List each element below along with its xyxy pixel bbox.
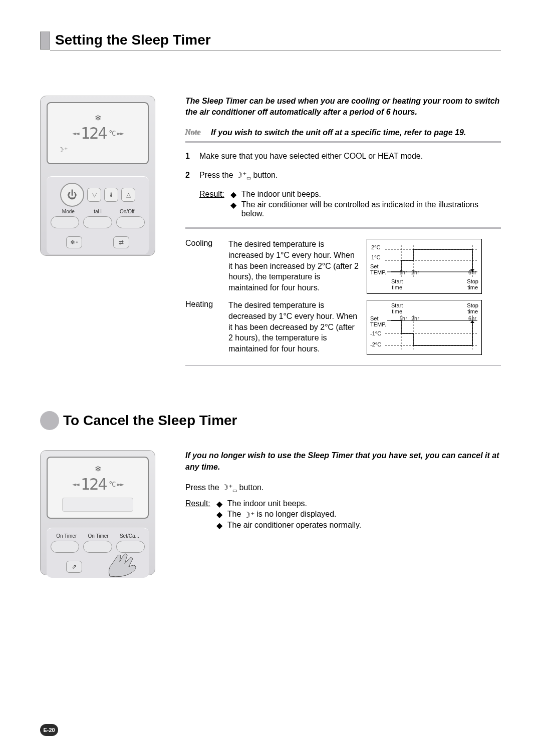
cancel-r3: The air conditioner operates normally.	[227, 521, 361, 530]
x-6hr: 6hr	[468, 269, 476, 275]
bullet-icon: ◆	[216, 499, 222, 509]
temp-label: TEMP.	[370, 269, 386, 275]
hand-pointer-icon	[105, 549, 140, 579]
stop-label: Stoptime	[467, 278, 478, 290]
heating-row: Heating The desired temperature is decre…	[185, 300, 501, 355]
cancel-intro: If you no longer wish to use the Sleep T…	[185, 450, 501, 473]
timer-button	[51, 541, 79, 553]
temp-down-button: ▽	[87, 188, 101, 202]
cancel-title: To Cancel the Sleep Timer	[63, 413, 237, 429]
result-1: The indoor unit beeps.	[241, 190, 321, 199]
start-label: Starttime	[391, 278, 403, 290]
set-label: Set	[370, 315, 379, 321]
result-label: Result:	[185, 499, 210, 531]
degree-label: °C	[108, 129, 115, 137]
heating-graph: Starttime Stoptime 1hr 2hr 6hr Set TEMP.…	[367, 300, 482, 355]
x-1hr: 1hr	[399, 269, 407, 275]
result-label: Result:	[199, 190, 224, 219]
bullet-icon: ◆	[230, 200, 236, 218]
cancel-press-row: Press the ☽⁺▭ button.	[185, 483, 501, 493]
stop-label: Stoptime	[467, 302, 478, 314]
heating-text: The desired temperature is decreased by …	[228, 300, 359, 355]
page-title: Setting the Sleep Timer	[55, 32, 211, 48]
cooling-graph: 2°C 1°C Set TEMP. 1hr 2hr 6hr Starttime …	[367, 239, 482, 294]
arrow-left-icon: ◄◄	[72, 480, 79, 488]
title-box: Setting the Sleep Timer	[50, 30, 501, 51]
title-bar: Setting the Sleep Timer	[40, 30, 501, 51]
divider	[185, 365, 501, 366]
heating-label: Heating	[185, 300, 220, 355]
mode-label: Mode	[54, 209, 83, 214]
step-2: 2 Press the ☽⁺▭ button.	[185, 170, 501, 182]
step-2-num: 2	[185, 170, 192, 182]
result-block: Result: ◆The indoor unit beeps. ◆The air…	[199, 190, 501, 219]
arrow-right-icon: ►►	[117, 480, 123, 488]
arrow-left-icon: ◄◄	[72, 129, 79, 137]
on-timer-label: On Timer	[88, 533, 109, 539]
remote-screen: ❄ ◄◄ 124 °C ►► ☽⁺	[47, 102, 149, 164]
arrow-right-icon: ►►	[117, 129, 123, 137]
step-1-num: 1	[185, 151, 192, 162]
digital-label: tal i	[83, 209, 113, 214]
power-button: ⏻	[60, 183, 84, 207]
swing-button: ⇗	[66, 561, 82, 573]
sleep-icon: ☽⁺	[58, 146, 68, 154]
cooling-label: Cooling	[185, 239, 220, 294]
digital-button	[83, 216, 112, 228]
y-n2c: -2°C	[370, 341, 381, 347]
note-row: Note If you wish to switch the unit off …	[185, 128, 501, 143]
temp-display: ◄◄ 124 °C ►►	[72, 475, 123, 494]
result-2: The air conditioner will be controlled a…	[241, 200, 501, 218]
y-2c: 2°C	[371, 244, 380, 250]
bullet-circle-icon	[40, 411, 59, 430]
snowflake-icon: ❄	[95, 464, 101, 474]
divider	[185, 227, 501, 229]
bullet-icon: ◆	[216, 510, 222, 519]
intro-text: The Sleep Timer can be used when you are…	[185, 96, 501, 118]
start-label: Starttime	[391, 302, 403, 314]
cancel-r2b: is no longer displayed.	[256, 510, 336, 518]
step-2-before: Press the	[199, 171, 235, 180]
remote-illustration-2: ❄ ◄◄ 124 °C ►► On Timer On Timer Set/Ca.…	[40, 450, 155, 575]
fan-button: ❄᛭	[66, 236, 82, 248]
bullet-icon: ◆	[216, 521, 222, 530]
thermometer-icon: 🌡	[104, 188, 118, 202]
snowflake-icon: ❄	[95, 113, 101, 123]
sleep-button-icon: ☽⁺▭	[221, 483, 237, 493]
step-1-text: Make sure that you have selected either …	[199, 151, 501, 162]
sleep-icon: ☽⁺	[243, 510, 254, 520]
temp-up-button: △	[121, 188, 135, 202]
bullet-icon: ◆	[230, 190, 236, 199]
blank-indicator	[62, 498, 133, 512]
cancel-r1: The indoor unit beeps.	[227, 499, 307, 509]
x-2hr: 2hr	[411, 269, 419, 275]
cancel-result-block: Result: ◆The indoor unit beeps. ◆ The ☽⁺…	[185, 499, 501, 531]
swing-button: ⇄	[113, 236, 129, 248]
x-2hr: 2hr	[411, 315, 419, 321]
y-n1c: -1°C	[370, 330, 381, 336]
y-1c: 1°C	[371, 254, 380, 260]
temp-display: ◄◄ 124 °C ►►	[72, 124, 123, 143]
degree-label: °C	[108, 480, 115, 488]
press-before: Press the	[185, 483, 221, 492]
cooling-text: The desired temperature is increased by …	[228, 239, 359, 294]
remote-illustration: ❄ ◄◄ 124 °C ►► ☽⁺ ⏻ ▽ 🌡 △	[40, 96, 155, 256]
press-after: button.	[239, 483, 263, 492]
temp-label: TEMP.	[370, 321, 386, 327]
temp-value: 124	[81, 124, 107, 143]
x-6hr: 6hr	[468, 315, 476, 321]
page-number: E-20	[40, 724, 58, 736]
note-label: Note	[185, 128, 201, 137]
onoff-button	[116, 216, 145, 228]
title-tab	[40, 32, 50, 50]
cooling-row: Cooling The desired temperature is incre…	[185, 239, 501, 294]
onoff-label: On/Off	[112, 209, 142, 214]
set-label: Set	[370, 263, 379, 269]
step-1: 1 Make sure that you have selected eithe…	[185, 151, 501, 162]
on-timer-label: On Timer	[56, 533, 77, 539]
remote-screen-2: ❄ ◄◄ 124 °C ►►	[47, 457, 149, 519]
mode-button	[51, 216, 79, 228]
button-area: ⏻ ▽ 🌡 △ Mode tal i On/Off	[47, 176, 149, 254]
note-text: If you wish to switch the unit off at a …	[211, 128, 501, 137]
cancel-r2a: The	[227, 510, 243, 518]
